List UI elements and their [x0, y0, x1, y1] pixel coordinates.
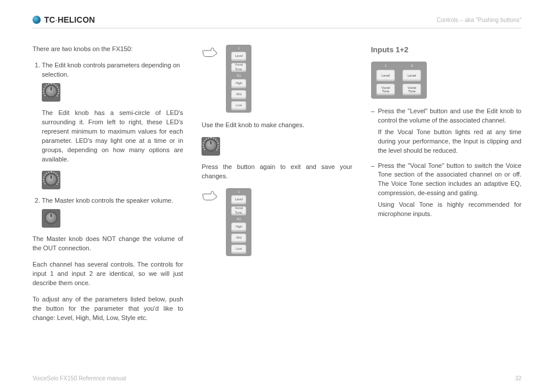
channels-note: Each channel has several controls. The c… — [33, 260, 183, 288]
brand-text: TC·HELICON — [44, 15, 95, 24]
page-header: TC·HELICON Controls – aka "Pushing butto… — [33, 15, 521, 28]
stack-channel-number: 1 — [238, 190, 240, 193]
column-3: Inputs 1+2 1 2 Level Level Vocal Tone Vo… — [371, 45, 521, 371]
knob-list: The Edit knob controls parameters depend… — [33, 61, 183, 228]
brand: TC·HELICON — [33, 15, 95, 24]
knob-dial-icon — [46, 213, 56, 223]
stack-btn-high: High — [231, 79, 246, 88]
stack-btn-level: Level — [231, 195, 246, 204]
inputs-chip-level-2: Level — [402, 70, 421, 81]
bullet-level-lead: Press the "Level" button and use the Edi… — [378, 107, 521, 124]
inputs-bullets: Press the "Level" button and use the Edi… — [371, 107, 521, 219]
brand-globe-icon — [33, 16, 41, 24]
stack-btn-low: Low — [231, 244, 246, 254]
button-stack-row-2: 1 Level Vocal Tone EQ High Mid Low — [202, 188, 352, 256]
master-knob-graphic — [42, 209, 60, 228]
footer-doc-title: VoiceSolo FX150 Reference manual — [33, 375, 126, 382]
knob-dial-icon — [46, 174, 56, 185]
press-again-text: Press the button again to exit and save … — [202, 163, 352, 181]
master-note: The Master knob does NOT change the volu… — [33, 235, 183, 253]
footer-page-number: 32 — [515, 375, 521, 382]
channel-button-stack: 1 Level Vocal Tone EQ High Mid Low — [226, 45, 251, 113]
item2-lead: The Master knob controls the speaker vol… — [42, 197, 173, 204]
inputs-chip-h2: 2 — [411, 64, 412, 67]
adjust-note: To adjust any of the parameters listed b… — [33, 295, 183, 323]
stack-btn-mid: Mid — [231, 233, 246, 243]
stack-btn-level: Level — [231, 52, 246, 61]
stack-btn-mid: Mid — [231, 90, 246, 99]
pointing-hand-icon — [202, 189, 219, 202]
intro-text: There are two knobs on the FX150: — [33, 45, 183, 54]
stack-btn-vocal-tone: Vocal Tone — [231, 63, 246, 72]
inputs-bullet-vocal-tone: Press the "Vocal Tone" button to switch … — [371, 161, 521, 220]
pointing-hand-icon — [202, 46, 219, 59]
bullet-level-note: If the Vocal Tone button lights red at a… — [378, 128, 521, 156]
inputs-chip-h1: 1 — [384, 64, 386, 67]
channel-button-stack: 1 Level Vocal Tone EQ High Mid Low — [226, 188, 251, 256]
use-edit-text: Use the Edit knob to make changes. — [202, 121, 352, 130]
inputs-heading: Inputs 1+2 — [371, 45, 521, 56]
column-1: There are two knobs on the FX150: The Ed… — [33, 45, 183, 371]
button-stack-row-1: 1 Level Vocal Tone EQ High Mid Low — [202, 45, 352, 113]
bullet-tone-note: Using Vocal Tone is highly recommended f… — [378, 200, 521, 219]
stack-eq-label: EQ — [237, 218, 241, 221]
inputs-chip-tone-2: Vocal Tone — [402, 84, 421, 95]
brand-suffix: HELICON — [57, 15, 95, 24]
inputs-chip-graphic: 1 2 Level Level Vocal Tone Vocal Tone — [371, 62, 427, 99]
edit-knob-graphic-3 — [202, 137, 220, 156]
stack-btn-high: High — [231, 222, 246, 232]
column-2: 1 Level Vocal Tone EQ High Mid Low Use t… — [202, 45, 352, 371]
brand-prefix: TC — [44, 15, 55, 24]
header-section-title: Controls – aka "Pushing buttons" — [437, 17, 521, 23]
item1-lead: The Edit knob controls parameters depend… — [42, 62, 180, 78]
knob-list-item-2: The Master knob controls the speaker vol… — [42, 196, 183, 228]
stack-btn-vocal-tone: Vocal Tone — [231, 206, 246, 215]
knob-dial-icon — [46, 86, 56, 96]
item1-detail: The Edit knob has a semi-circle of LED's… — [42, 109, 183, 164]
stack-eq-label: EQ — [237, 74, 241, 77]
edit-knob-graphic — [42, 83, 60, 102]
bullet-tone-lead: Press the "Vocal Tone" button to switch … — [378, 162, 521, 197]
inputs-chip-level-1: Level — [376, 70, 395, 81]
edit-knob-graphic-2 — [42, 171, 60, 189]
knob-list-item-1: The Edit knob controls parameters depend… — [42, 61, 183, 190]
page-footer: VoiceSolo FX150 Reference manual 32 — [33, 371, 521, 382]
stack-channel-number: 1 — [238, 47, 240, 50]
inputs-chip-tone-1: Vocal Tone — [376, 84, 395, 95]
knob-dial-icon — [206, 140, 216, 150]
page-body: There are two knobs on the FX150: The Ed… — [33, 28, 521, 371]
inputs-bullet-level: Press the "Level" button and use the Edi… — [371, 107, 521, 156]
stack-btn-low: Low — [231, 101, 246, 110]
